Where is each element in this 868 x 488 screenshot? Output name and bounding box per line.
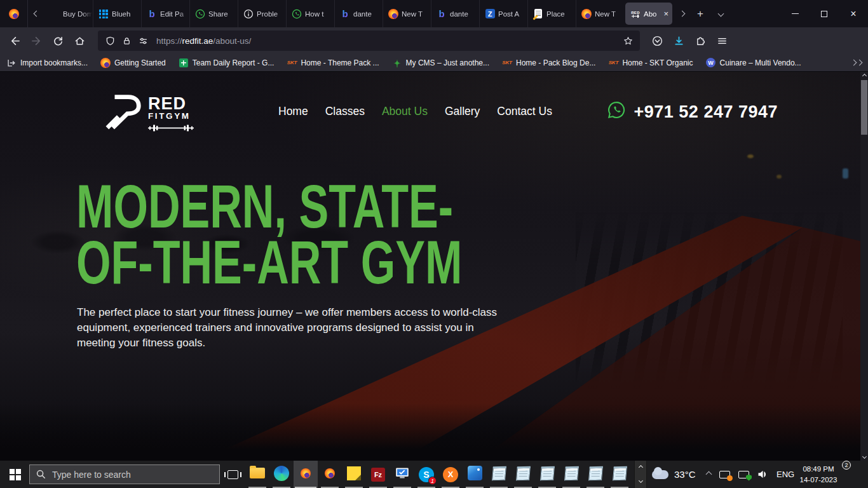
extensions-button[interactable] <box>689 30 711 51</box>
taskbar-app-firefox-active[interactable] <box>294 461 318 488</box>
tab-post-a[interactable]: ZPost A <box>479 0 527 27</box>
bookmark-star-button[interactable] <box>620 32 636 49</box>
show-hidden-icons-button[interactable] <box>707 472 711 477</box>
browser-toolbar: https://redfit.ae/about-us/ <box>0 27 868 54</box>
phone-link[interactable]: +971 52 247 7947 <box>607 101 778 123</box>
volume-tray-icon[interactable] <box>757 470 768 479</box>
url-path: /about-us/ <box>213 36 251 46</box>
scroll-up-button[interactable] <box>860 72 868 80</box>
bookmark-team-daily-report-g[interactable]: Team Daily Report - G... <box>179 58 275 68</box>
notepad-icon <box>589 466 602 483</box>
minimize-button[interactable] <box>780 0 810 27</box>
plant-icon <box>392 58 402 68</box>
taskbar-app-filezilla[interactable]: Fz <box>366 461 390 488</box>
nav-item-classes[interactable]: Classes <box>325 105 365 118</box>
bookmark-home-pack-blog-de[interactable]: SKTHome - Pack Blog De... <box>502 58 595 68</box>
tab-blueh[interactable]: Blueh <box>93 0 141 27</box>
skt-icon: SKT <box>608 58 618 68</box>
folder-icon <box>250 468 265 481</box>
tracking-shield-icon[interactable] <box>102 32 118 49</box>
taskbar-app-notepad[interactable] <box>583 461 607 488</box>
permissions-icon[interactable] <box>135 32 151 49</box>
close-tab-icon[interactable]: × <box>662 9 672 18</box>
tab-buy-doma[interactable]: Buy Doma <box>44 0 93 27</box>
taskbar-app-xampp[interactable]: X <box>438 461 463 488</box>
taskbar-scroll-down[interactable] <box>635 474 646 487</box>
tab-edit-pa[interactable]: bEdit Pa <box>141 0 189 27</box>
tab-dante[interactable]: bdante <box>334 0 383 27</box>
taskbar-app-edge[interactable] <box>269 461 294 488</box>
lock-icon[interactable] <box>118 32 135 49</box>
taskbar-clock[interactable]: 08:49 PM 14-07-2023 <box>796 464 841 485</box>
site-logo[interactable]: RED FITGYM <box>105 91 194 134</box>
phone-number: +971 52 247 7947 <box>634 102 778 122</box>
screen-share-tray-icon[interactable] <box>719 471 730 478</box>
forward-button[interactable] <box>25 30 47 51</box>
bookmark-cuinare-multi-vendo[interactable]: WCuinare – Multi Vendo... <box>706 58 801 68</box>
taskbar-scroll-control[interactable] <box>634 461 647 488</box>
taskbar-app-folder[interactable] <box>245 461 269 488</box>
downloads-button[interactable] <box>668 30 689 51</box>
reload-button[interactable] <box>47 30 69 51</box>
pocket-button[interactable] <box>646 30 668 51</box>
new-tab-button[interactable]: + <box>690 0 710 27</box>
taskbar-app-notepad[interactable] <box>487 461 511 488</box>
task-view-icon <box>227 470 238 479</box>
task-view-button[interactable] <box>220 461 245 488</box>
scrollbar-thumb[interactable] <box>861 80 867 135</box>
taskbar-scroll-up[interactable] <box>635 461 646 474</box>
scroll-tabs-left-button[interactable] <box>28 0 44 27</box>
chevron-left-icon <box>33 11 39 17</box>
bookmark-home-skt-organic[interactable]: SKTHome - SKT Organic <box>608 58 693 68</box>
bookmark-home-theme-pack[interactable]: SKTHome - Theme Pack ... <box>287 58 379 68</box>
restore-button[interactable] <box>810 0 839 27</box>
tab-new-t[interactable]: New T <box>383 0 431 27</box>
nav-item-contact-us[interactable]: Contact Us <box>497 105 552 118</box>
scroll-tabs-right-button[interactable] <box>674 0 690 27</box>
bookmarks-overflow-button[interactable] <box>851 60 862 65</box>
weather-widget[interactable]: 33°C <box>652 461 696 488</box>
search-placeholder: Type here to search <box>52 470 131 480</box>
taskbar-app-notepad[interactable] <box>535 461 559 488</box>
scroll-down-button[interactable] <box>860 452 868 461</box>
home-button[interactable] <box>69 30 90 51</box>
tab-how-t[interactable]: How t <box>286 0 334 27</box>
taskbar-app-remote[interactable] <box>390 461 414 488</box>
taskbar-search-box[interactable]: Type here to search <box>29 464 220 484</box>
url-text[interactable]: https://redfit.ae/about-us/ <box>156 36 620 46</box>
address-bar[interactable]: https://redfit.ae/about-us/ <box>98 30 640 51</box>
nav-item-home[interactable]: Home <box>278 105 308 118</box>
tab-place[interactable]: Place <box>527 0 576 27</box>
tab-label: New T <box>595 10 624 18</box>
bookmark-import-bookmarks[interactable]: Import bookmarks... <box>6 58 88 68</box>
firefox-view-button[interactable] <box>0 0 28 27</box>
sheets-icon <box>179 58 189 68</box>
start-button[interactable] <box>0 461 29 488</box>
bookmark-getting-started[interactable]: Getting Started <box>100 58 166 68</box>
language-indicator[interactable]: ENG <box>776 470 794 479</box>
nav-item-gallery[interactable]: Gallery <box>445 105 480 118</box>
page-scrollbar[interactable] <box>860 72 868 461</box>
nav-item-about-us[interactable]: About Us <box>382 105 428 118</box>
active-tab[interactable]: RED Abo × <box>625 3 672 25</box>
taskbar-app-sticky[interactable] <box>342 461 366 488</box>
taskbar-app-firefox[interactable] <box>318 461 342 488</box>
tab-label: Place <box>546 10 576 18</box>
taskbar-app-skype[interactable]: S1 <box>414 461 438 488</box>
back-button[interactable] <box>4 30 25 51</box>
firefox-icon <box>301 468 311 481</box>
menu-button[interactable] <box>711 30 733 51</box>
tab-dante[interactable]: bdante <box>431 0 479 27</box>
taskbar-app-notepad[interactable] <box>559 461 583 488</box>
tab-share[interactable]: Share <box>189 0 238 27</box>
tab-new-t[interactable]: New T <box>576 0 624 27</box>
taskbar-app-notepad[interactable] <box>511 461 535 488</box>
tab-proble[interactable]: Proble <box>238 0 286 27</box>
taskbar-app-photos[interactable] <box>463 461 487 488</box>
network-secure-tray-icon[interactable] <box>738 471 749 478</box>
edge-icon <box>274 466 289 484</box>
list-all-tabs-button[interactable] <box>710 0 731 27</box>
bookmark-my-cms-just-anothe[interactable]: My CMS – Just anothe... <box>392 58 489 68</box>
close-window-button[interactable]: × <box>839 0 868 27</box>
taskbar-app-notepad[interactable] <box>607 461 632 488</box>
